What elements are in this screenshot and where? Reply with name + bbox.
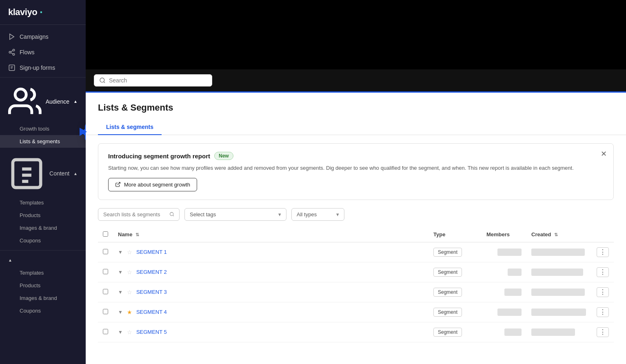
- sidebar-item-products[interactable]: Products: [0, 209, 86, 222]
- row-checkbox-0[interactable]: [103, 249, 108, 254]
- row-expand-btn-0[interactable]: ▼: [118, 249, 123, 255]
- name-sort-icon[interactable]: ⇅: [135, 232, 139, 237]
- audience-icon: [8, 85, 42, 118]
- row-checkbox-cell: [98, 302, 113, 322]
- row-expand-btn-1[interactable]: ▼: [118, 269, 123, 275]
- sidebar-item-sub-content[interactable]: ▲: [0, 254, 86, 266]
- row-created-cell-4: Jan 2022, 3:50 pm: [526, 322, 592, 342]
- audience-section: Audience ▲ Growth tools Lists & segments: [0, 79, 86, 149]
- row-actions-btn-4[interactable]: ⋮: [597, 327, 609, 337]
- row-star-4[interactable]: ☆: [127, 329, 132, 335]
- sidebar-item-templates2[interactable]: Templates: [0, 266, 86, 279]
- filter-search-box[interactable]: [98, 208, 180, 221]
- row-checkbox-1[interactable]: [103, 269, 108, 274]
- top-bar: [86, 0, 626, 69]
- row-expand-btn-2[interactable]: ▼: [118, 289, 123, 295]
- logo: klaviyo ·: [0, 0, 86, 25]
- row-name-0[interactable]: SEGMENT 1: [136, 249, 167, 255]
- cursor-arrow: [80, 128, 87, 136]
- row-actions-btn-0[interactable]: ⋮: [597, 247, 609, 257]
- banner-close-button[interactable]: ✕: [601, 150, 607, 158]
- logo-text: klaviyo: [8, 7, 37, 18]
- svg-line-5: [11, 51, 13, 52]
- content-label: Content: [49, 170, 69, 177]
- sidebar-nav: Campaigns Flows Sign-up forms: [0, 25, 86, 323]
- created-sort-icon[interactable]: ⇅: [554, 232, 558, 237]
- templates-label: Templates: [20, 200, 44, 206]
- row-type-badge-0: Segment: [433, 248, 462, 257]
- row-members-val-2: ████: [504, 289, 522, 296]
- nav-divider-1: [0, 77, 86, 78]
- page-content: Lists & Segments Lists & segments Introd…: [86, 93, 626, 364]
- row-checkbox-cell: [98, 322, 113, 342]
- search-input[interactable]: [109, 77, 207, 84]
- col-name-header[interactable]: Name ⇅: [113, 227, 428, 242]
- banner-link[interactable]: More about segment growth: [108, 178, 197, 191]
- col-members-label: Members: [486, 231, 510, 237]
- row-checkbox-4[interactable]: [103, 329, 108, 334]
- sidebar-item-coupons[interactable]: Coupons: [0, 234, 86, 247]
- sidebar-item-audience[interactable]: Audience ▲: [0, 81, 86, 122]
- sidebar-item-content[interactable]: Content ▲: [0, 151, 86, 196]
- row-name-2[interactable]: SEGMENT 3: [136, 289, 167, 295]
- select-tags-dropdown[interactable]: Select tags ▾: [184, 208, 286, 221]
- col-created-header[interactable]: Created ⇅: [526, 227, 592, 242]
- table-row: ▼ ☆ SEGMENT 1 Segment ██████ May 11, 202…: [98, 242, 614, 262]
- row-star-3[interactable]: ★: [127, 309, 132, 315]
- row-actions-btn-1[interactable]: ⋮: [597, 267, 609, 277]
- campaigns-label: Campaigns: [20, 33, 49, 40]
- table-row: ▼ ☆ SEGMENT 3 Segment ████ May 10, 2022,…: [98, 282, 614, 302]
- sub-content-chevron-up: ▲: [8, 258, 12, 262]
- row-actions-btn-3[interactable]: ⋮: [597, 307, 609, 317]
- row-created-val-1: Jan 06, 2022, 4:24 pm: [531, 269, 583, 276]
- row-type-cell-3: Segment: [428, 302, 482, 322]
- sidebar: klaviyo · Campaigns Flows Sign-up forms: [0, 0, 86, 364]
- all-types-dropdown[interactable]: All types ▾: [291, 208, 344, 221]
- col-members-header: Members: [482, 227, 526, 242]
- sidebar-item-lists-segments[interactable]: Lists & segments: [0, 135, 86, 148]
- sidebar-item-products2[interactable]: Products: [0, 279, 86, 292]
- row-name-cell: ▼ ☆ SEGMENT 1: [113, 242, 428, 262]
- page-title: Lists & Segments: [98, 102, 614, 113]
- sidebar-item-signup-forms[interactable]: Sign-up forms: [0, 60, 86, 75]
- row-name-1[interactable]: SEGMENT 2: [136, 269, 167, 275]
- sidebar-item-images-brand[interactable]: Images & brand: [0, 222, 86, 234]
- search-box[interactable]: [94, 74, 212, 87]
- all-types-label: All types: [297, 211, 317, 218]
- select-all-checkbox[interactable]: [103, 231, 108, 237]
- sidebar-item-campaigns[interactable]: Campaigns: [0, 29, 86, 44]
- banner-text: Starting now, you can see how many profi…: [108, 164, 604, 172]
- row-type-cell-4: Segment: [428, 322, 482, 342]
- sidebar-item-growth-tools[interactable]: Growth tools: [0, 122, 86, 135]
- svg-point-1: [13, 49, 15, 51]
- row-created-cell-2: May 10, 2022, 3:11 pm: [526, 282, 592, 302]
- sidebar-item-images-brand2[interactable]: Images & brand: [0, 292, 86, 304]
- row-checkbox-2[interactable]: [103, 289, 108, 294]
- row-actions-btn-2[interactable]: ⋮: [597, 287, 609, 297]
- row-checkbox-3[interactable]: [103, 309, 108, 314]
- tab-lists-segments-label: Lists & segments: [106, 124, 153, 130]
- row-members-val-1: ███: [508, 269, 522, 276]
- coupons2-label: Coupons: [20, 308, 41, 314]
- table-body: ▼ ☆ SEGMENT 1 Segment ██████ May 11, 202…: [98, 242, 614, 342]
- row-expand-btn-3[interactable]: ▼: [118, 309, 123, 315]
- row-type-cell-2: Segment: [428, 282, 482, 302]
- row-name-4[interactable]: SEGMENT 5: [136, 329, 167, 335]
- row-name-cell: ▼ ☆ SEGMENT 5: [113, 322, 428, 342]
- sidebar-item-coupons2[interactable]: Coupons: [0, 304, 86, 317]
- row-name-3[interactable]: SEGMENT 4: [136, 309, 167, 315]
- filter-search-input[interactable]: [103, 211, 166, 218]
- row-star-1[interactable]: ☆: [127, 269, 132, 275]
- send-icon: [8, 33, 16, 40]
- row-members-cell-3: ██████: [482, 302, 526, 322]
- row-members-cell-0: ██████: [482, 242, 526, 262]
- svg-point-2: [9, 51, 11, 53]
- sidebar-item-flows[interactable]: Flows: [0, 44, 86, 60]
- row-expand-btn-4[interactable]: ▼: [118, 329, 123, 335]
- row-star-0[interactable]: ☆: [127, 249, 132, 255]
- tab-lists-segments[interactable]: Lists & segments: [98, 120, 162, 135]
- sidebar-item-templates[interactable]: Templates: [0, 196, 86, 209]
- main-content: Lists & Segments Lists & segments Introd…: [86, 0, 626, 364]
- row-members-val-4: ████: [504, 328, 522, 336]
- row-star-2[interactable]: ☆: [127, 289, 132, 295]
